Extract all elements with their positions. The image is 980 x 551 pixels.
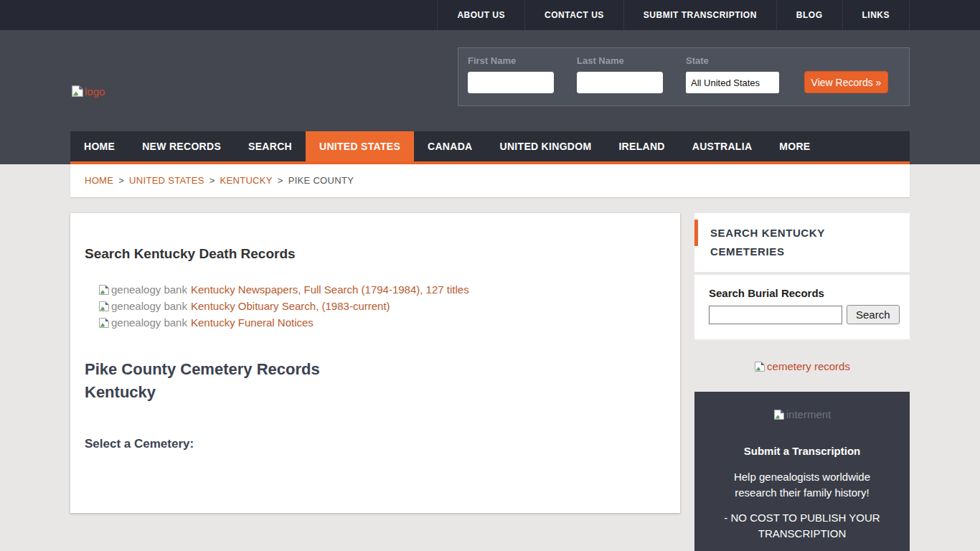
death-records-heading: Search Kentucky Death Records xyxy=(85,246,666,262)
broken-image-icon xyxy=(70,85,85,98)
submit-transcription-title: Submit a Transcription xyxy=(706,445,898,457)
topbar-item-contact-us[interactable]: CONTACT US xyxy=(524,0,623,30)
cemetery-records-link[interactable]: cemetery records xyxy=(694,360,910,372)
cemetery-records-alt-text: cemetery records xyxy=(767,360,850,372)
kentucky-funeral-notices-link[interactable]: Kentucky Funeral Notices xyxy=(191,314,314,331)
nav-item-search[interactable]: SEARCH xyxy=(235,131,306,161)
breadcrumb-pike-county: PIKE COUNTY xyxy=(288,175,354,186)
burial-search-box: Search Burial Records Search xyxy=(694,275,910,339)
broken-image-icon xyxy=(98,317,110,329)
topbar-item-blog[interactable]: BLOG xyxy=(776,0,842,30)
nav-item-canada[interactable]: CANADA xyxy=(414,131,486,161)
topbar-item-about-us[interactable]: ABOUT US xyxy=(437,0,524,30)
page-title-line1: Pike County Cemetery Records xyxy=(85,358,666,381)
submit-transcription-panel: interment Submit a Transcription Help ge… xyxy=(694,392,910,551)
genealogy-bank-alt-text: genealogy bank xyxy=(111,298,187,314)
select-cemetery-label: Select a Cemetery: xyxy=(85,437,666,451)
breadcrumb-separator: > xyxy=(209,175,215,186)
breadcrumb-separator: > xyxy=(118,175,124,186)
state-select[interactable]: All United States xyxy=(686,72,779,93)
main-navigation: HOME NEW RECORDS SEARCH UNITED STATES CA… xyxy=(70,131,910,164)
list-item: genealogy bank Kentucky Funeral Notices xyxy=(98,314,666,331)
view-records-button[interactable]: View Records » xyxy=(804,71,888,93)
breadcrumb-separator: > xyxy=(278,175,283,186)
orange-accent-bar xyxy=(694,220,698,246)
sidebar: SEARCH KENTUCKY CEMETERIES Search Burial… xyxy=(694,213,910,551)
breadcrumb-bar: HOME>UNITED STATES>KENTUCKY>PIKE COUNTY xyxy=(70,164,910,197)
list-item: genealogy bank Kentucky Obituary Search,… xyxy=(98,298,666,314)
breadcrumb-home[interactable]: HOME xyxy=(85,175,113,186)
record-search-panel: First Name Last Name State All United St… xyxy=(458,47,910,106)
nav-item-ireland[interactable]: IRELAND xyxy=(605,131,678,161)
nav-item-australia[interactable]: AUSTRALIA xyxy=(679,131,766,161)
broken-image-icon xyxy=(98,301,110,312)
first-name-input[interactable] xyxy=(468,72,554,93)
interment-alt-text: interment xyxy=(786,408,831,420)
nav-item-united-states[interactable]: UNITED STATES xyxy=(306,131,414,161)
topbar-item-submit-transcription[interactable]: SUBMIT TRANSCRIPTION xyxy=(623,0,776,30)
nav-item-united-kingdom[interactable]: UNITED KINGDOM xyxy=(486,131,606,161)
site-logo[interactable]: logo xyxy=(70,85,105,98)
burial-search-label: Search Burial Records xyxy=(709,287,895,299)
broken-image-icon xyxy=(773,409,785,420)
nav-item-more[interactable]: MORE xyxy=(765,131,824,161)
genealogy-bank-alt-text: genealogy bank xyxy=(111,281,187,298)
last-name-input[interactable] xyxy=(577,72,663,93)
kentucky-obituary-link[interactable]: Kentucky Obituary Search, (1983-current) xyxy=(191,298,390,314)
breadcrumb: HOME>UNITED STATES>KENTUCKY>PIKE COUNTY xyxy=(70,164,910,197)
breadcrumb-kentucky[interactable]: KENTUCKY xyxy=(220,175,273,186)
transcription-body-text: Help genealogists worldwide research the… xyxy=(719,469,885,501)
kentucky-newspapers-link[interactable]: Kentucky Newspapers, Full Search (1794-1… xyxy=(191,281,469,298)
interment-image-placeholder: interment xyxy=(706,408,898,420)
list-item: genealogy bank Kentucky Newspapers, Full… xyxy=(98,281,666,298)
death-records-list: genealogy bank Kentucky Newspapers, Full… xyxy=(98,281,666,331)
genealogy-bank-alt-text: genealogy bank xyxy=(111,314,187,331)
page-title: Pike County Cemetery Records Kentucky xyxy=(85,358,666,404)
page-title-line2: Kentucky xyxy=(85,381,666,404)
sidebar-title-box: SEARCH KENTUCKY CEMETERIES xyxy=(694,213,910,272)
burial-search-input[interactable] xyxy=(709,306,842,324)
breadcrumb-united-states[interactable]: UNITED STATES xyxy=(129,175,204,186)
nav-item-new-records[interactable]: NEW RECORDS xyxy=(128,131,235,161)
state-label: State xyxy=(686,55,779,66)
sidebar-title: SEARCH KENTUCKY CEMETERIES xyxy=(710,224,895,261)
first-name-label: First Name xyxy=(468,55,554,66)
top-utility-bar: ABOUT US CONTACT US SUBMIT TRANSCRIPTION… xyxy=(0,0,980,30)
last-name-label: Last Name xyxy=(577,55,663,66)
site-header: logo First Name Last Name State All Unit… xyxy=(0,30,980,164)
logo-alt-text: logo xyxy=(85,85,105,98)
topbar-item-links[interactable]: LINKS xyxy=(842,0,910,30)
broken-image-icon xyxy=(754,361,765,372)
broken-image-icon xyxy=(98,284,110,296)
nav-item-home[interactable]: HOME xyxy=(70,131,128,161)
burial-search-button[interactable]: Search xyxy=(847,305,900,324)
transcription-bullet-1: - NO COST TO PUBLISH YOUR TRANSCRIPTION xyxy=(710,510,894,542)
main-content-card: Search Kentucky Death Records genealogy … xyxy=(70,213,680,513)
